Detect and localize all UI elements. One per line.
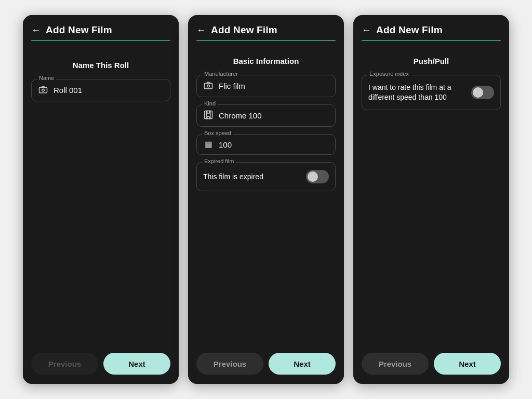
kind-field-row: Chrome 100 xyxy=(203,110,329,121)
kind-field-value[interactable]: Chrome 100 xyxy=(219,111,262,120)
screen1-content: Name This Roll Name Roll 001 xyxy=(23,41,179,345)
box-speed-field-label: Box speed xyxy=(202,130,233,136)
screen1-title: Add New Film xyxy=(46,24,112,36)
back-arrow-icon[interactable]: ← xyxy=(31,25,41,35)
screen-push-pull: ← Add New Film Push/Pull Exposure index … xyxy=(353,15,509,384)
svg-rect-8 xyxy=(209,117,210,119)
exposure-index-toggle[interactable] xyxy=(471,86,494,99)
screen3-previous-button[interactable]: Previous xyxy=(362,353,429,375)
box-speed-field-row: ▦ 100 xyxy=(203,140,329,149)
manufacturer-camera-icon xyxy=(203,81,214,91)
name-field-label: Name xyxy=(37,75,56,81)
kind-field-group: Kind Chrome 100 xyxy=(196,104,336,127)
screen2-section-heading: Basic Information xyxy=(196,57,336,65)
svg-rect-5 xyxy=(206,111,207,113)
screen2-content: Basic Information Manufacturer Flic film xyxy=(188,41,344,345)
app-wrapper: ← Add New Film Name This Roll Name Roll xyxy=(0,0,532,399)
expired-film-toggle-row: This film is expired xyxy=(203,168,329,185)
screen1-next-button[interactable]: Next xyxy=(103,353,170,375)
expired-film-toggle-label: This film is expired xyxy=(203,172,263,182)
screen2-next-button[interactable]: Next xyxy=(269,353,336,375)
screen3-section-heading: Push/Pull xyxy=(362,57,501,65)
screen1-previous-button[interactable]: Previous xyxy=(31,353,98,375)
kind-field-label: Kind xyxy=(202,100,218,107)
exposure-index-toggle-row: I want to rate this film at a different … xyxy=(368,81,494,104)
exposure-index-field-group: Exposure index I want to rate this film … xyxy=(362,75,501,110)
back-arrow-icon-3[interactable]: ← xyxy=(362,25,371,35)
screen2-header: ← Add New Film xyxy=(188,15,344,40)
back-arrow-icon-2[interactable]: ← xyxy=(196,25,206,35)
screen-basic-info: ← Add New Film Basic Information Manufac… xyxy=(188,15,344,384)
name-field-value[interactable]: Roll 001 xyxy=(54,86,82,95)
expired-film-toggle[interactable] xyxy=(306,170,329,183)
svg-rect-6 xyxy=(209,111,210,113)
manufacturer-field-group: Manufacturer Flic film xyxy=(196,75,336,97)
svg-point-3 xyxy=(207,85,210,87)
expired-film-field-group: Expired film This film is expired xyxy=(196,162,336,191)
screen1-header: ← Add New Film xyxy=(23,15,179,40)
box-speed-field-group: Box speed ▦ 100 xyxy=(196,134,336,155)
exposure-index-field-label: Exposure index xyxy=(367,71,411,77)
screen1-section-heading: Name This Roll xyxy=(31,61,170,70)
screen-name-roll: ← Add New Film Name This Roll Name Roll xyxy=(23,15,179,384)
speed-icon: ▦ xyxy=(203,140,214,149)
name-field-row: Roll 001 xyxy=(38,85,164,96)
svg-rect-7 xyxy=(206,117,207,119)
svg-rect-0 xyxy=(39,87,47,93)
manufacturer-field-row: Flic film xyxy=(203,81,329,91)
screen3-footer: Previous Next xyxy=(353,345,509,384)
screen3-content: Push/Pull Exposure index I want to rate … xyxy=(353,41,509,345)
screen2-footer: Previous Next xyxy=(188,345,344,384)
screen1-footer: Previous Next xyxy=(23,345,179,384)
screen3-header: ← Add New Film xyxy=(353,15,509,40)
svg-rect-9 xyxy=(206,113,210,116)
film-icon xyxy=(203,110,214,121)
manufacturer-field-value[interactable]: Flic film xyxy=(219,82,245,90)
manufacturer-field-label: Manufacturer xyxy=(202,71,240,77)
svg-rect-2 xyxy=(205,83,212,89)
screen3-title: Add New Film xyxy=(376,24,443,36)
screen3-next-button[interactable]: Next xyxy=(434,353,501,375)
svg-rect-4 xyxy=(205,111,212,119)
screen2-previous-button[interactable]: Previous xyxy=(196,353,263,375)
svg-point-1 xyxy=(42,89,45,91)
screen2-title: Add New Film xyxy=(211,24,277,36)
expired-film-field-label: Expired film xyxy=(202,158,236,164)
box-speed-field-value[interactable]: 100 xyxy=(219,140,232,149)
name-field-group: Name Roll 001 xyxy=(31,79,170,101)
camera-icon xyxy=(38,85,48,96)
exposure-index-toggle-label: I want to rate this film at a different … xyxy=(368,83,471,102)
